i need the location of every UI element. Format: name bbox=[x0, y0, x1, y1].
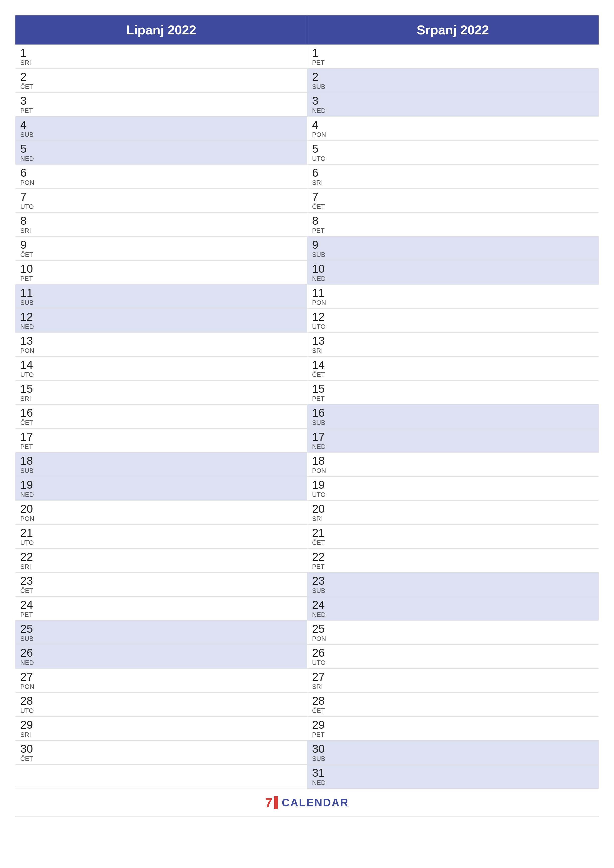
day-info: 2SUB bbox=[312, 71, 332, 90]
day-number: 5 bbox=[312, 143, 332, 154]
day-number: 4 bbox=[312, 119, 332, 130]
day-name: NED bbox=[312, 443, 332, 450]
day-info: 2ČET bbox=[20, 71, 40, 90]
day-info: 15SRI bbox=[20, 383, 40, 402]
day-name: ČET bbox=[312, 539, 332, 546]
logo-calendar-text: CALENDAR bbox=[282, 797, 349, 809]
day-name: SUB bbox=[312, 251, 332, 258]
day-info: 1PET bbox=[312, 47, 332, 66]
day-info: 25SUB bbox=[20, 623, 40, 642]
day-number: 16 bbox=[20, 407, 40, 418]
day-name: PON bbox=[312, 636, 332, 642]
logo-number: 7 bbox=[265, 796, 272, 809]
day-number: 15 bbox=[20, 383, 40, 394]
day-info: 9SUB bbox=[312, 239, 332, 258]
footer-row: 7 CALENDAR bbox=[16, 789, 598, 817]
day-number: 18 bbox=[20, 455, 40, 467]
day-row: 19UTO bbox=[307, 477, 599, 501]
day-name: NED bbox=[20, 659, 40, 666]
day-name: UTO bbox=[312, 659, 332, 666]
day-number: 14 bbox=[20, 359, 40, 370]
day-number: 26 bbox=[20, 647, 40, 659]
day-number: 11 bbox=[312, 287, 332, 298]
day-name: SRI bbox=[20, 59, 40, 66]
day-number: 10 bbox=[20, 263, 40, 274]
day-number: 23 bbox=[312, 575, 332, 586]
day-number: 28 bbox=[20, 695, 40, 707]
day-row: 29PET bbox=[307, 716, 599, 741]
header-row: Lipanj 2022 Srpanj 2022 bbox=[16, 16, 598, 45]
day-info: 3PET bbox=[20, 95, 40, 114]
day-info: 16ČET bbox=[20, 407, 40, 426]
day-name: ČET bbox=[20, 587, 40, 594]
day-info: 19UTO bbox=[312, 479, 332, 498]
day-name: PON bbox=[312, 467, 332, 474]
day-info: 5UTO bbox=[312, 143, 332, 162]
day-name: NED bbox=[312, 780, 332, 786]
day-info: 10PET bbox=[20, 263, 40, 282]
day-info: 25PON bbox=[312, 623, 332, 642]
day-number: 1 bbox=[20, 47, 40, 58]
day-row: 12UTO bbox=[307, 308, 599, 333]
day-row: 17PET bbox=[16, 429, 307, 453]
day-row: 21ČET bbox=[307, 525, 599, 549]
day-row: 11SUB bbox=[16, 285, 307, 308]
day-row: 15PET bbox=[307, 381, 599, 405]
day-info: 10NED bbox=[312, 263, 332, 282]
day-number: 6 bbox=[312, 167, 332, 178]
day-row: 9SUB bbox=[307, 237, 599, 260]
day-row: 25SUB bbox=[16, 620, 307, 645]
day-name: PET bbox=[312, 227, 332, 234]
day-name: PET bbox=[312, 395, 332, 402]
day-number: 2 bbox=[312, 71, 332, 82]
day-row: 30ČET bbox=[16, 741, 307, 764]
day-info: 26UTO bbox=[312, 647, 332, 666]
day-row: 14UTO bbox=[16, 356, 307, 381]
month-col-july: 1PET2SUB3NED4PON5UTO6SRI7ČET8PET9SUB10NE… bbox=[307, 45, 599, 789]
day-row: 17NED bbox=[307, 429, 599, 453]
days-container: 1SRI2ČET3PET4SUB5NED6PON7UTO8SRI9ČET10PE… bbox=[16, 45, 598, 789]
day-row: 24PET bbox=[16, 597, 307, 620]
day-info: 31NED bbox=[312, 767, 332, 786]
day-row: 18PON bbox=[307, 453, 599, 477]
day-info: 11PON bbox=[312, 287, 332, 306]
day-name: PON bbox=[20, 515, 40, 522]
day-number: 6 bbox=[20, 167, 40, 178]
day-info: 8SRI bbox=[20, 215, 40, 234]
day-row: 5UTO bbox=[307, 141, 599, 164]
day-info: 27PON bbox=[20, 671, 40, 690]
day-number: 26 bbox=[312, 647, 332, 659]
day-name: NED bbox=[312, 611, 332, 618]
day-row: 4SUB bbox=[16, 116, 307, 141]
day-info: 12NED bbox=[20, 311, 40, 330]
day-name: SUB bbox=[312, 84, 332, 90]
day-name: SRI bbox=[20, 732, 40, 738]
day-info: 22SRI bbox=[20, 551, 40, 570]
day-info: 18SUB bbox=[20, 455, 40, 474]
day-name: PET bbox=[312, 59, 332, 66]
day-row: 16ČET bbox=[16, 405, 307, 429]
day-number: 3 bbox=[312, 95, 332, 106]
day-info: 4PON bbox=[312, 119, 332, 138]
day-number: 17 bbox=[20, 431, 40, 442]
day-name: PET bbox=[20, 443, 40, 450]
day-row: 19NED bbox=[16, 477, 307, 501]
day-name: ČET bbox=[312, 203, 332, 210]
day-name: UTO bbox=[20, 539, 40, 546]
day-name: SRI bbox=[312, 180, 332, 186]
day-info: 11SUB bbox=[20, 287, 40, 306]
day-row: 7UTO bbox=[16, 189, 307, 212]
day-info: 21UTO bbox=[20, 527, 40, 546]
day-number: 13 bbox=[312, 335, 332, 346]
day-number: 25 bbox=[20, 623, 40, 634]
day-info: 5NED bbox=[20, 143, 40, 162]
day-info: 6SRI bbox=[312, 167, 332, 186]
day-number: 9 bbox=[312, 239, 332, 250]
day-number: 12 bbox=[312, 311, 332, 322]
day-number: 20 bbox=[312, 503, 332, 515]
day-number: 4 bbox=[20, 119, 40, 130]
day-name: UTO bbox=[312, 491, 332, 498]
day-row: 25PON bbox=[307, 620, 599, 645]
day-number: 11 bbox=[20, 287, 40, 298]
day-name: PET bbox=[20, 275, 40, 282]
